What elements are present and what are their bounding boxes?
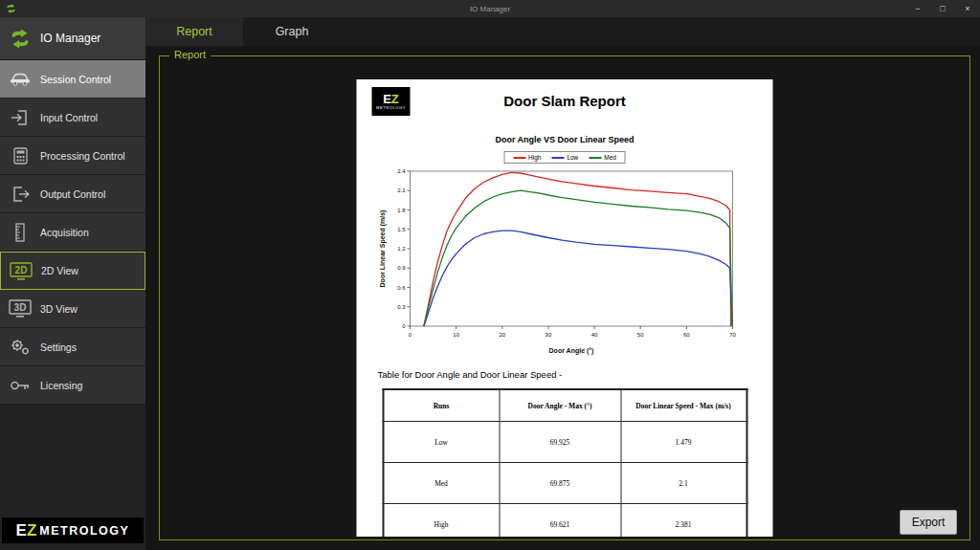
column-header-speed: Door Linear Speed - Max (m/s) — [621, 389, 747, 422]
car-icon — [8, 68, 33, 91]
legend-line-swatch — [551, 157, 564, 159]
cell-speed: 2.381 — [621, 504, 747, 538]
tab-graph[interactable]: Graph — [243, 17, 341, 46]
column-header-angle: Door Angle - Max (°) — [500, 389, 621, 422]
brand-name: METROLOGY — [39, 524, 129, 538]
svg-text:30: 30 — [546, 332, 552, 338]
minimize-button[interactable]: − — [905, 0, 930, 17]
sidebar-item-acquisition[interactable]: Acquisition — [0, 213, 145, 252]
cell-speed: 1.479 — [621, 422, 747, 463]
svg-text:2.1: 2.1 — [397, 187, 406, 193]
app-logo-icon — [6, 4, 16, 13]
table-caption: Table for Door Angle and Door Linear Spe… — [378, 369, 773, 380]
sidebar-item-processing-control[interactable]: Processing Control — [0, 137, 145, 175]
svg-text:70: 70 — [729, 332, 736, 338]
tab-report[interactable]: Report — [145, 17, 243, 46]
svg-text:Door Linear Speed (m/s): Door Linear Speed (m/s) — [379, 210, 387, 288]
legend-line-swatch — [513, 157, 525, 159]
sidebar-item-licensing[interactable]: Licensing — [0, 366, 145, 405]
legend-label: Med — [604, 154, 616, 161]
sidebar-header: IO Manager — [0, 17, 145, 60]
door-in-icon — [8, 106, 33, 129]
io-manager-logo-icon — [8, 27, 33, 50]
svg-text:2.4: 2.4 — [397, 168, 406, 174]
export-button[interactable]: Export — [900, 510, 957, 535]
table-row: Low 69.925 1.479 — [383, 422, 746, 463]
sidebar: IO Manager Session Control Input Control — [0, 17, 145, 550]
cell-speed: 2.1 — [621, 463, 747, 504]
window-title: IO Manager — [0, 5, 980, 13]
svg-text:60: 60 — [683, 332, 690, 338]
report-page: EZ METROLOGY Door Slam Report Door Angle… — [357, 79, 773, 537]
svg-text:0: 0 — [409, 332, 412, 338]
svg-text:1.8: 1.8 — [397, 208, 406, 213]
cell-angle: 69.621 — [500, 504, 621, 538]
report-header: EZ METROLOGY Door Slam Report — [357, 87, 773, 120]
sidebar-item-2d-view[interactable]: 2D 2D View — [0, 252, 145, 290]
legend-item: High — [513, 154, 541, 161]
sidebar-item-label: Output Control — [40, 188, 105, 200]
svg-text:Door Angle (°): Door Angle (°) — [549, 347, 594, 355]
sidebar-item-label: Processing Control — [40, 150, 125, 162]
sidebar-item-session-control[interactable]: Session Control — [0, 60, 145, 99]
legend-item: Med — [589, 154, 616, 161]
legend-item: Low — [551, 154, 578, 161]
sidebar-item-label: 3D View — [40, 303, 78, 315]
cell-angle: 69.925 — [500, 422, 621, 463]
close-button[interactable]: × — [955, 0, 980, 17]
svg-text:1.2: 1.2 — [397, 246, 406, 252]
table-row: High 69.621 2.381 — [383, 504, 746, 538]
key-icon — [8, 374, 33, 397]
svg-text:0.9: 0.9 — [397, 265, 406, 271]
brand-letter-z: Z — [27, 521, 36, 540]
gears-icon — [8, 336, 33, 359]
svg-text:1.5: 1.5 — [397, 227, 406, 232]
column-header-runs: Runs — [383, 389, 500, 422]
report-logo-name: METROLOGY — [376, 106, 406, 110]
cell-angle: 69.875 — [500, 463, 621, 504]
sidebar-item-settings[interactable]: Settings — [0, 328, 145, 366]
svg-text:40: 40 — [591, 332, 598, 338]
ruler-icon — [8, 221, 33, 244]
report-chart: 01020304050607000.30.60.91.21.51.82.12.4… — [376, 165, 754, 357]
3d-view-icon: 3D — [8, 297, 33, 320]
brand-letter-e: E — [16, 521, 27, 540]
main-area: Report Graph Report EZ METROLOGY Door Sl… — [145, 17, 980, 550]
report-table: Runs Door Angle - Max (°) Door Linear Sp… — [382, 388, 747, 537]
svg-text:0.3: 0.3 — [397, 304, 406, 310]
sidebar-item-label: Licensing — [40, 380, 82, 391]
sidebar-item-label: 2D View — [41, 265, 78, 276]
svg-text:0.6: 0.6 — [397, 285, 406, 291]
svg-text:10: 10 — [453, 332, 459, 338]
svg-text:2D: 2D — [15, 265, 28, 275]
sidebar-item-label: Acquisition — [40, 227, 89, 238]
table-header-row: Runs Door Angle - Max (°) Door Linear Sp… — [383, 389, 746, 422]
cell-run: Low — [383, 422, 500, 463]
ez-metrology-logo: E Z METROLOGY — [2, 517, 144, 543]
sidebar-item-label: Session Control — [40, 74, 111, 85]
cell-run: High — [383, 504, 500, 538]
table-row: Med 69.875 2.1 — [383, 463, 746, 504]
tab-strip: Report Graph — [145, 17, 980, 46]
sidebar-item-output-control[interactable]: Output Control — [0, 175, 145, 213]
svg-text:50: 50 — [637, 332, 644, 338]
report-title: Door Slam Report — [357, 87, 773, 109]
legend-label: Low — [567, 154, 578, 161]
maximize-button[interactable]: □ — [930, 0, 955, 17]
calculator-icon — [8, 144, 33, 167]
sidebar-item-input-control[interactable]: Input Control — [0, 99, 145, 137]
chart-legend: HighLowMed — [503, 151, 626, 164]
legend-line-swatch — [589, 157, 601, 159]
cell-run: Med — [383, 463, 500, 504]
chart-title: Door Angle VS Door Linear Speed — [357, 135, 773, 144]
report-groupbox: Report EZ METROLOGY Door Slam Report Doo… — [159, 55, 970, 540]
svg-text:0: 0 — [402, 323, 406, 329]
door-out-icon — [8, 183, 33, 206]
report-logo-z: Z — [391, 92, 399, 106]
sidebar-item-3d-view[interactable]: 3D 3D View — [0, 290, 145, 328]
legend-label: High — [528, 154, 541, 161]
title-bar: IO Manager − □ × — [0, 0, 980, 17]
report-logo: EZ METROLOGY — [372, 87, 411, 116]
2d-view-icon: 2D — [9, 259, 33, 282]
sidebar-title: IO Manager — [40, 32, 100, 45]
